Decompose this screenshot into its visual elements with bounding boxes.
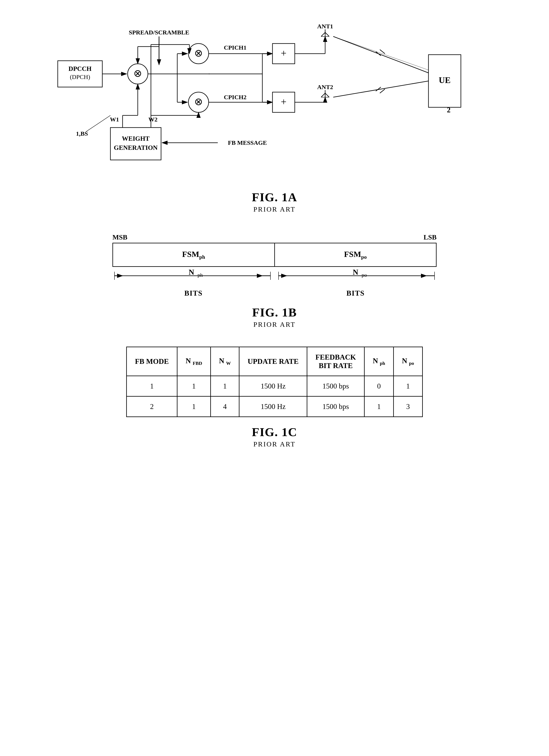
td-npo-2: 3 bbox=[394, 396, 423, 417]
fig1a-section: DPCCH (DPCH) ⊗ SPREAD/SCRAMBLE bbox=[24, 16, 525, 213]
fsm-po-cell: FSMpo bbox=[274, 243, 436, 267]
svg-text:2: 2 bbox=[447, 106, 451, 114]
svg-point-17 bbox=[188, 44, 209, 64]
svg-rect-0 bbox=[58, 61, 102, 87]
fig1b-section: MSB LSB FSMph FSMpo bbox=[24, 225, 525, 328]
svg-text:CPICH2: CPICH2 bbox=[224, 94, 246, 100]
svg-text:(DPCH): (DPCH) bbox=[70, 73, 90, 80]
svg-text:GENERATION: GENERATION bbox=[114, 144, 158, 151]
fig1b-caption: FIG. 1B PRIOR ART bbox=[252, 306, 297, 328]
fig1c-title: FIG. 1C bbox=[252, 425, 297, 439]
svg-text:ANT1: ANT1 bbox=[317, 23, 333, 30]
svg-text:1,BS: 1,BS bbox=[76, 130, 88, 137]
fig1b-subtitle: PRIOR ART bbox=[252, 321, 297, 328]
td-npo-1: 1 bbox=[394, 376, 423, 396]
svg-text:DPCCH: DPCCH bbox=[68, 65, 92, 72]
data-table: FB MODE N FBD N W UPDATE RATE FEEDBACKBI… bbox=[126, 347, 423, 417]
td-fb-bit-rate-1: 1500 bps bbox=[307, 376, 365, 396]
fig1a-subtitle: PRIOR ART bbox=[252, 206, 297, 213]
td-mode-1: 1 bbox=[127, 376, 177, 396]
svg-text:FB MESSAGE: FB MESSAGE bbox=[228, 139, 267, 146]
svg-text:+: + bbox=[281, 48, 287, 59]
td-fb-bit-rate-2: 1500 bps bbox=[307, 396, 365, 417]
page: DPCCH (DPCH) ⊗ SPREAD/SCRAMBLE bbox=[0, 0, 549, 756]
svg-text:W1: W1 bbox=[110, 116, 119, 123]
svg-text:⊗: ⊗ bbox=[133, 68, 142, 79]
svg-text:CPICH1: CPICH1 bbox=[224, 44, 246, 51]
fig1c-section: FB MODE N FBD N W UPDATE RATE FEEDBACKBI… bbox=[24, 341, 525, 448]
th-fb-mode: FB MODE bbox=[127, 347, 177, 376]
svg-line-53 bbox=[325, 32, 329, 36]
lsb-label: LSB bbox=[424, 233, 437, 241]
svg-line-67 bbox=[376, 52, 381, 56]
svg-text:ph: ph bbox=[197, 272, 203, 278]
svg-rect-23 bbox=[110, 128, 161, 160]
svg-text:po: po bbox=[362, 272, 367, 278]
fig1a-title: FIG. 1A bbox=[252, 190, 297, 204]
fsm-ph-cell: FSMph bbox=[113, 243, 275, 267]
svg-text:⊗: ⊗ bbox=[194, 96, 203, 107]
td-nfbd-1: 1 bbox=[177, 376, 211, 396]
svg-rect-71 bbox=[429, 55, 461, 107]
table-row: 2 1 4 1500 Hz 1500 bps 1 3 bbox=[127, 396, 423, 417]
svg-text:W2: W2 bbox=[148, 116, 158, 123]
td-nph-2: 1 bbox=[365, 396, 394, 417]
fsm-ph-sub: ph bbox=[199, 254, 205, 260]
svg-rect-39 bbox=[272, 44, 295, 64]
svg-line-57 bbox=[321, 93, 325, 97]
svg-line-68 bbox=[380, 50, 385, 54]
svg-line-65 bbox=[333, 36, 437, 73]
svg-text:+: + bbox=[281, 96, 287, 108]
svg-line-52 bbox=[321, 32, 325, 36]
th-feedback-bit-rate: FEEDBACKBIT RATE bbox=[307, 347, 365, 376]
svg-text:UE: UE bbox=[439, 76, 451, 85]
svg-line-64 bbox=[333, 36, 429, 73]
table-header-row: FB MODE N FBD N W UPDATE RATE FEEDBACKBI… bbox=[127, 347, 423, 376]
td-nw-1: 1 bbox=[210, 376, 239, 396]
bit-table: FSMph FSMpo bbox=[112, 243, 437, 267]
fig1b-diagram: MSB LSB FSMph FSMpo bbox=[112, 233, 437, 297]
svg-text:N: N bbox=[353, 268, 358, 276]
svg-text:⊗: ⊗ bbox=[194, 47, 203, 59]
svg-text:ANT2: ANT2 bbox=[317, 84, 333, 90]
fig1a-caption: FIG. 1A PRIOR ART bbox=[252, 190, 297, 213]
svg-rect-43 bbox=[272, 92, 295, 112]
fig1b-title: FIG. 1B bbox=[252, 306, 297, 319]
td-nw-2: 4 bbox=[210, 396, 239, 417]
svg-text:N: N bbox=[188, 268, 194, 276]
table-row: 1 1 1 1500 Hz 1500 bps 0 1 bbox=[127, 376, 423, 396]
svg-line-58 bbox=[325, 93, 329, 97]
th-nw: N W bbox=[210, 347, 239, 376]
svg-line-74 bbox=[86, 115, 110, 132]
svg-text:WEIGHT: WEIGHT bbox=[122, 135, 150, 142]
svg-text:SPREAD/SCRAMBLE: SPREAD/SCRAMBLE bbox=[129, 29, 189, 36]
th-nph: N ph bbox=[365, 347, 394, 376]
svg-line-66 bbox=[333, 81, 429, 97]
svg-point-19 bbox=[188, 92, 209, 112]
fig1c-caption: FIG. 1C PRIOR ART bbox=[252, 425, 297, 448]
fig1a-diagram: DPCCH (DPCH) ⊗ SPREAD/SCRAMBLE bbox=[52, 16, 497, 182]
th-nfbd: N FBD bbox=[177, 347, 211, 376]
td-nph-1: 0 bbox=[365, 376, 394, 396]
td-mode-2: 2 bbox=[127, 396, 177, 417]
fig1c-subtitle: PRIOR ART bbox=[252, 440, 297, 448]
th-npo: N po bbox=[394, 347, 423, 376]
td-update-rate-2: 1500 Hz bbox=[239, 396, 307, 417]
td-update-rate-1: 1500 Hz bbox=[239, 376, 307, 396]
svg-point-4 bbox=[128, 64, 148, 84]
fsm-po-sub: po bbox=[361, 254, 367, 260]
td-nfbd-2: 1 bbox=[177, 396, 211, 417]
svg-line-69 bbox=[376, 87, 381, 91]
th-update-rate: UPDATE RATE bbox=[239, 347, 307, 376]
svg-line-70 bbox=[380, 89, 385, 93]
msb-label: MSB bbox=[112, 233, 127, 241]
